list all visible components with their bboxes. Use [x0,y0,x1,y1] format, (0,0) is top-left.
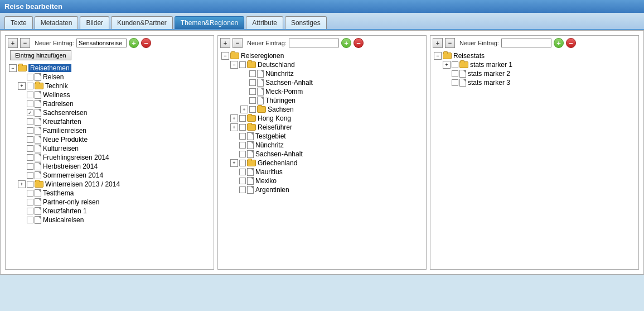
checkbox-familienreisen[interactable] [27,127,33,134]
node-label-sachsen[interactable]: Sachsen [268,106,294,113]
tab-kunden-partner[interactable]: Kunden&Partner [111,16,173,29]
checkbox-meck-pomm[interactable] [249,88,256,95]
checkbox-stats-marker-1[interactable] [452,61,458,68]
node-label-nuenchritz2[interactable]: Nünchritz [255,141,284,149]
node-label-sachsen-anhalt2[interactable]: Sachsen-Anhalt [255,150,303,158]
checkbox-argentinien[interactable] [239,186,246,193]
checkbox-radreisen[interactable] [27,101,33,107]
expander-winterreisen[interactable]: + [18,180,26,188]
tab-attribute[interactable]: Attribute [246,16,283,29]
tab-sonstiges[interactable]: Sonstiges [285,16,327,29]
new-entry-input-3[interactable] [501,39,551,47]
node-label-sachsen-anhalt[interactable]: Sachsen-Anhalt [265,79,313,87]
checkbox-sommerreisen[interactable] [27,172,33,179]
node-label-mauritius[interactable]: Mauritius [255,168,283,176]
checkbox-mauritius[interactable] [239,169,246,175]
node-label-testthema[interactable]: Testthema [43,189,74,197]
node-label-sommerreisen[interactable]: Sommerreisen 2014 [43,171,103,179]
expand-all-btn-2[interactable]: + [220,38,230,48]
expander-reisethemen[interactable]: − [9,64,17,72]
checkbox-reisefuehrer[interactable] [239,124,246,131]
add-entry-btn-1[interactable]: + [129,38,139,48]
new-entry-input-1[interactable] [76,39,127,47]
tab-themen-regionen[interactable]: Themen&Regionen [175,16,244,29]
node-label-nuenchritz[interactable]: Nünchritz [265,70,294,78]
node-label-mexiko[interactable]: Mexiko [255,177,277,185]
node-label-fruehlingsreisen[interactable]: Fruehlingsreisen 2014 [43,154,109,161]
checkbox-wellness[interactable] [27,92,33,98]
checkbox-kreuzfahrten[interactable] [27,118,33,125]
checkbox-thueringen[interactable] [249,97,256,104]
checkbox-partner-only[interactable] [27,199,33,205]
tab-metadaten[interactable]: Metadaten [35,16,79,29]
node-label-testgebiet[interactable]: Testgebiet [255,132,286,140]
node-label-reisestats[interactable]: Reisestats [453,52,485,60]
node-label-argentinien[interactable]: Argentinien [255,186,289,194]
checkbox-hong-kong[interactable] [239,115,246,122]
tab-bilder[interactable]: Bilder [80,16,109,29]
tab-texte[interactable]: Texte [4,16,33,29]
collapse-all-btn-1[interactable]: − [20,38,30,48]
node-label-hong-kong[interactable]: Hong Kong [258,114,291,122]
node-label-reisethemen[interactable]: Reisethemen [28,64,71,72]
expander-deutschland[interactable]: − [230,61,238,69]
checkbox-reisen[interactable] [27,74,33,80]
checkbox-fruehlingsreisen[interactable] [27,154,33,161]
node-label-stats-marker-1[interactable]: stats marker 1 [470,61,512,69]
add-entry-btn-2[interactable]: + [341,38,351,48]
node-label-thueringen[interactable]: Thüringen [265,97,296,104]
checkbox-griechenland[interactable] [239,160,246,166]
checkbox-kulturreisen[interactable] [27,145,33,152]
node-label-griechenland[interactable]: Griechenland [258,159,297,167]
expander-sachsen[interactable]: + [240,106,248,113]
checkbox-sachsen-anhalt[interactable] [249,79,256,86]
checkbox-winterreisen[interactable] [27,181,33,188]
node-label-herbstreisen[interactable]: Herbstreisen 2014 [43,162,98,170]
node-label-kreuzfahrten1[interactable]: Kreuzfahrten 1 [43,207,87,215]
collapse-all-btn-3[interactable]: − [445,38,455,48]
node-label-familienreisen[interactable]: Familienreisen [43,127,86,135]
remove-entry-btn-3[interactable]: − [566,38,576,48]
add-entry-btn-3[interactable]: + [554,38,564,48]
node-label-meck-pomm[interactable]: Meck-Pomm [265,88,303,95]
node-label-winterreisen[interactable]: Winterreisen 2013 / 2014 [45,180,120,188]
node-label-stats-marker-3[interactable]: stats marker 3 [468,79,510,87]
node-label-kreuzfahrten[interactable]: Kreuzfahrten [43,118,81,126]
node-label-stats-marker-2[interactable]: stats marker 2 [468,70,510,78]
checkbox-stats-marker-3[interactable] [452,79,458,86]
expander-reisefuehrer[interactable]: + [230,123,238,131]
checkbox-deutschland[interactable] [239,61,246,68]
node-label-neue-produkte[interactable]: Neue Produkte [43,136,88,143]
eintrag-hinzufuegen-btn[interactable]: Eintrag hinzufügen [10,50,71,60]
node-label-wellness[interactable]: Wellness [43,91,70,99]
expander-stats-marker-1[interactable]: + [443,61,451,69]
expander-technik[interactable]: + [18,82,26,90]
node-label-reiseregionen[interactable]: Reiseregionen [241,52,284,60]
remove-entry-btn-1[interactable]: − [141,38,151,48]
node-label-reisen[interactable]: Reisen [43,73,64,81]
checkbox-herbstreisen[interactable] [27,163,33,170]
collapse-all-btn-2[interactable]: − [233,38,243,48]
checkbox-testgebiet[interactable] [239,133,246,140]
remove-entry-btn-2[interactable]: − [354,38,364,48]
checkbox-sachsenreisen[interactable] [27,109,33,116]
checkbox-sachsen[interactable] [249,106,256,113]
expander-reisestats[interactable]: − [434,52,442,60]
checkbox-mexiko[interactable] [239,178,246,184]
node-label-sachsenreisen[interactable]: Sachsenreisen [43,109,87,117]
checkbox-musicalreisen[interactable] [27,217,33,223]
expand-all-btn-3[interactable]: + [433,38,443,48]
expander-griechenland[interactable]: + [230,159,238,167]
checkbox-sachsen-anhalt2[interactable] [239,151,246,157]
checkbox-technik[interactable] [27,83,33,89]
node-label-musicalreisen[interactable]: Musicalreisen [43,216,84,224]
node-label-deutschland[interactable]: Deutschland [258,61,295,69]
checkbox-stats-marker-2[interactable] [452,70,458,77]
node-label-reisefuehrer[interactable]: Reiseführer [258,123,292,131]
expander-reiseregionen[interactable]: − [221,52,229,60]
checkbox-neue-produkte[interactable] [27,136,33,143]
checkbox-testthema[interactable] [27,190,33,197]
checkbox-nuenchritz[interactable] [249,70,256,77]
node-label-radreisen[interactable]: Radreisen [43,100,74,108]
checkbox-kreuzfahrten1[interactable] [27,208,33,214]
